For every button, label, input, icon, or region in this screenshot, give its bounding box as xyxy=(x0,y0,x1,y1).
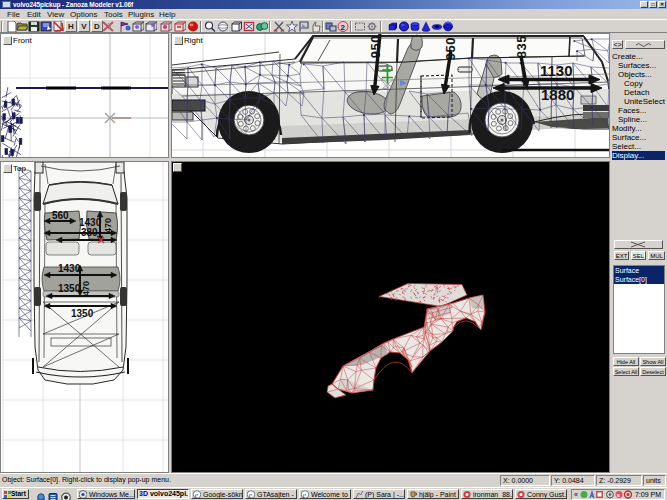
svg-text:835: 835 xyxy=(514,35,529,58)
svg-text:2: 2 xyxy=(341,23,346,32)
svg-text:1430: 1430 xyxy=(58,263,81,274)
svg-text:1130: 1130 xyxy=(540,62,573,79)
svg-text:470: 470 xyxy=(81,281,91,296)
svg-text:1350: 1350 xyxy=(58,283,81,294)
svg-text:1350: 1350 xyxy=(71,308,94,319)
svg-text:560: 560 xyxy=(52,210,69,221)
svg-text:e: e xyxy=(249,491,253,500)
svg-text:e: e xyxy=(303,491,307,500)
svg-text:e: e xyxy=(195,491,199,500)
